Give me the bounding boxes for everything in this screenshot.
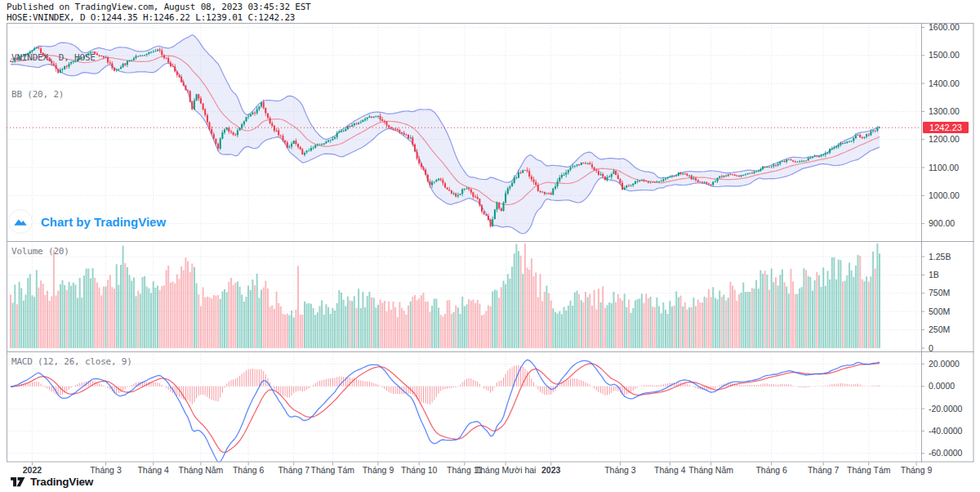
pane-borders <box>7 23 974 463</box>
bollinger-bands <box>11 35 880 234</box>
chart-by-tradingview-link[interactable]: Chart by TradingView <box>8 209 166 234</box>
svg-text:Tháng 6: Tháng 6 <box>233 465 265 475</box>
volume-series <box>10 244 880 348</box>
svg-text:-60.0000: -60.0000 <box>929 448 963 458</box>
tradingview-logo-icon <box>11 476 25 488</box>
tradingview-logo-text: TradingView <box>30 476 93 488</box>
svg-text:1.25B: 1.25B <box>929 252 951 262</box>
tradingview-logo-link[interactable]: TradingView <box>11 476 93 488</box>
macd-pane-legend: MACD (12, 26, close, 9) <box>11 356 132 367</box>
last-price-badge: 1242.23 <box>923 122 969 133</box>
svg-text:-40.0000: -40.0000 <box>929 426 963 436</box>
svg-text:Tháng 4: Tháng 4 <box>654 465 686 475</box>
macd-series <box>11 360 880 463</box>
svg-text:Tháng 9: Tháng 9 <box>363 465 394 475</box>
svg-text:-20.0000: -20.0000 <box>929 404 963 414</box>
symbol-legend: VNINDEX, D, HOSE <box>11 51 96 64</box>
svg-text:Tháng 4: Tháng 4 <box>137 465 169 475</box>
svg-text:Tháng 10: Tháng 10 <box>401 465 438 475</box>
svg-text:Tháng Mười hai: Tháng Mười hai <box>475 465 537 475</box>
svg-text:Tháng 6: Tháng 6 <box>755 465 787 475</box>
svg-text:Tháng 3: Tháng 3 <box>90 465 122 475</box>
gridlines <box>7 23 921 463</box>
svg-text:250M: 250M <box>929 324 950 334</box>
svg-text:500M: 500M <box>929 306 950 316</box>
svg-text:2023: 2023 <box>541 465 561 475</box>
svg-text:750M: 750M <box>929 288 950 297</box>
svg-text:1100.00: 1100.00 <box>929 163 959 172</box>
svg-text:1300.00: 1300.00 <box>929 106 960 116</box>
svg-text:1200.00: 1200.00 <box>929 134 960 144</box>
main-pane-legend: VNINDEX, D, HOSE BB (20, 2) <box>11 27 96 113</box>
svg-text:0: 0 <box>929 343 933 353</box>
svg-text:Tháng 7: Tháng 7 <box>808 465 840 475</box>
svg-text:Tháng 9: Tháng 9 <box>901 465 933 475</box>
svg-text:1000.00: 1000.00 <box>929 190 960 200</box>
volume-pane-legend: Volume (20) <box>11 246 69 257</box>
svg-text:0.0000: 0.0000 <box>929 381 955 391</box>
svg-text:Tháng Năm: Tháng Năm <box>178 465 223 475</box>
watermark-label: Chart by TradingView <box>41 215 166 229</box>
axis-labels: 1600.001500.001400.001300.001200.001100.… <box>23 22 963 475</box>
svg-text:Tháng 3: Tháng 3 <box>604 465 636 475</box>
svg-text:1B: 1B <box>929 270 939 280</box>
svg-text:2022: 2022 <box>23 465 42 475</box>
svg-text:Tháng Tám: Tháng Tám <box>847 465 891 475</box>
bollinger-legend: BB (20, 2) <box>11 88 96 101</box>
svg-text:1600.00: 1600.00 <box>929 22 960 32</box>
svg-text:1500.00: 1500.00 <box>929 50 960 60</box>
svg-text:20.0000: 20.0000 <box>929 359 960 369</box>
svg-text:1400.00: 1400.00 <box>929 78 960 88</box>
svg-text:Tháng 7: Tháng 7 <box>278 465 310 475</box>
tradingview-mountain-icon <box>8 209 33 234</box>
svg-text:Tháng Năm: Tháng Năm <box>688 465 733 475</box>
chart-canvas: 1600.001500.001400.001300.001200.001100.… <box>0 0 980 492</box>
svg-text:900.00: 900.00 <box>929 218 955 228</box>
svg-text:Tháng Tám: Tháng Tám <box>311 465 355 475</box>
